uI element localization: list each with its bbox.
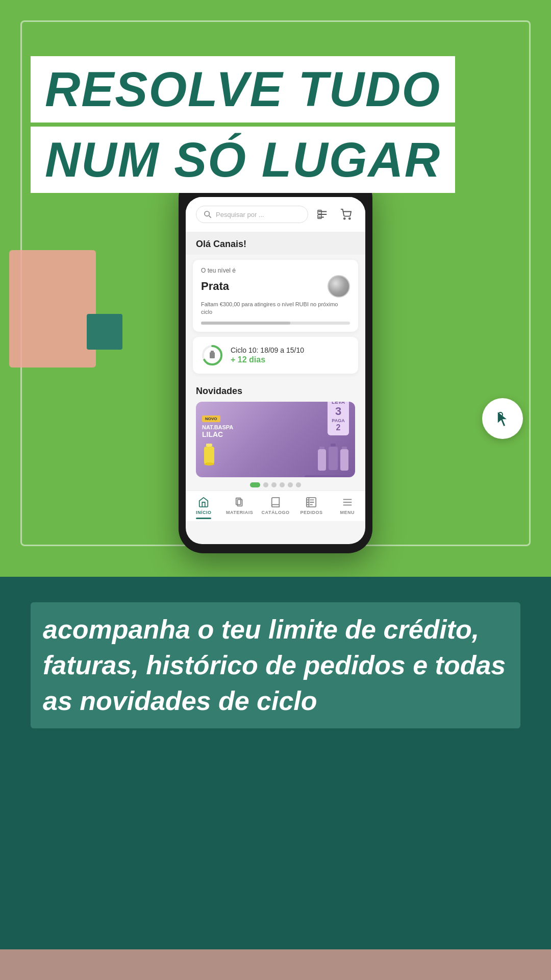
banner-sub: LILAC	[202, 430, 305, 438]
cycle-days: + 12 dias	[231, 355, 304, 364]
cursor-icon	[492, 408, 513, 429]
cart-button[interactable]	[337, 205, 355, 224]
menu-icon	[340, 496, 355, 508]
dot-1[interactable]	[250, 482, 260, 487]
level-progress-bar	[201, 322, 350, 325]
cycle-info: Ciclo 10: 18/09 a 15/10 + 12 dias	[231, 346, 304, 364]
leva3-number: 3	[332, 405, 345, 418]
search-bar: Pesquisar por ...	[186, 197, 365, 232]
svg-rect-14	[318, 449, 326, 471]
teal-decoration	[87, 314, 122, 350]
product1-icon	[317, 446, 327, 472]
click-cursor	[482, 398, 523, 439]
level-progress-fill	[201, 322, 290, 325]
pink-decoration	[9, 250, 96, 368]
svg-rect-18	[340, 449, 348, 471]
level-name: Prata	[201, 280, 229, 293]
svg-rect-11	[204, 447, 214, 464]
headline-line2: NUM SÓ LUGAR	[45, 132, 441, 187]
bottom-pink-strip	[0, 949, 551, 980]
svg-point-5	[349, 218, 350, 219]
svg-rect-15	[331, 444, 336, 447]
bottom-nav: INÍCIO MATERIAIS	[186, 491, 365, 521]
search-box[interactable]: Pesquisar por ...	[196, 206, 308, 223]
quero-btn[interactable]: QUERO TODOS! ▶	[305, 475, 349, 477]
headline-area: RESOLVE TUDO NUM SÓ LUGAR	[31, 56, 455, 193]
wishlist-icon	[317, 209, 328, 220]
nav-pedidos[interactable]: PEDIDOS	[293, 496, 329, 519]
svg-rect-3	[318, 215, 321, 218]
cycle-dates: Ciclo 10: 18/09 a 15/10	[231, 346, 304, 354]
nav-catalogo-label: CATÁLOGO	[262, 510, 290, 515]
level-card[interactable]: O teu nível é Prata Faltam €300,00 para …	[193, 260, 358, 332]
level-label: O teu nível é	[201, 267, 350, 274]
nav-underline	[196, 518, 211, 519]
svg-rect-10	[206, 444, 212, 447]
search-icon	[204, 210, 212, 218]
nav-pedidos-label: PEDIDOS	[300, 510, 322, 515]
leva3-label: LEVA	[332, 402, 345, 405]
novidades-section: Novidades NOVO nat.baSPA LILAC	[186, 379, 365, 477]
wishlist-button[interactable]	[313, 205, 332, 224]
novidades-banner[interactable]: NOVO nat.baSPA LILAC	[196, 402, 355, 477]
leva3-badge: LEVA 3 PAGA 2	[328, 402, 349, 435]
nav-menu[interactable]: MENU	[330, 496, 365, 519]
product3-icon	[340, 446, 349, 472]
bottle-icon	[202, 442, 216, 466]
nav-inicio-label: INÍCIO	[196, 510, 212, 515]
search-placeholder: Pesquisar por ...	[216, 211, 264, 218]
materials-icon	[233, 496, 247, 508]
svg-rect-13	[319, 447, 324, 449]
carousel-dots	[186, 477, 365, 491]
nav-materiais[interactable]: MATERIAIS	[221, 496, 257, 519]
svg-point-12	[204, 462, 214, 465]
leva3-paga-label: PAGA	[332, 418, 345, 423]
nav-inicio[interactable]: INÍCIO	[186, 496, 221, 519]
catalog-icon	[268, 496, 283, 508]
bottom-section: acompanha o teu limite de crédito, fatur…	[0, 577, 551, 980]
dot-3[interactable]	[271, 482, 277, 487]
bottom-text-box: acompanha o teu limite de crédito, fatur…	[31, 602, 520, 728]
svg-rect-2	[318, 210, 321, 214]
cycle-card[interactable]: Ciclo 10: 18/09 a 15/10 + 12 dias	[193, 337, 358, 374]
leva3-paga-number: 2	[332, 423, 345, 432]
svg-point-4	[344, 218, 345, 219]
level-desc: Faltam €300,00 para atingires o nível RU…	[201, 301, 350, 316]
greeting-area: Olá Canais!	[186, 232, 365, 255]
novidades-title: Novidades	[196, 386, 355, 397]
phone-mockup: Pesquisar por ...	[179, 174, 372, 553]
headline-line1: RESOLVE TUDO	[45, 62, 441, 116]
dot-6[interactable]	[296, 482, 301, 487]
nav-materiais-label: MATERIAIS	[226, 510, 253, 515]
phone-frame: Pesquisar por ...	[179, 174, 372, 553]
banner-products	[317, 443, 349, 472]
svg-rect-16	[329, 447, 338, 470]
level-name-row: Prata	[201, 275, 350, 298]
banner-left: NOVO nat.baSPA LILAC	[202, 413, 305, 466]
svg-point-0	[205, 211, 209, 216]
orders-icon	[304, 496, 318, 508]
svg-rect-17	[342, 447, 347, 449]
banner-brand: nat.baSPA	[202, 424, 305, 430]
home-icon	[196, 496, 211, 508]
bottom-text: acompanha o teu limite de crédito, fatur…	[43, 611, 508, 719]
dot-2[interactable]	[263, 482, 268, 487]
level-badge	[328, 275, 350, 298]
banner-novo-badge: NOVO	[202, 415, 220, 422]
product2-icon	[328, 443, 338, 472]
greeting-text: Olá Canais!	[196, 239, 355, 250]
dot-4[interactable]	[280, 482, 285, 487]
cycle-icon	[201, 344, 223, 366]
svg-rect-9	[211, 351, 214, 353]
cycle-progress-icon	[201, 344, 223, 366]
nav-menu-label: MENU	[340, 510, 355, 515]
cart-icon	[340, 209, 352, 220]
nav-catalogo[interactable]: CATÁLOGO	[258, 496, 293, 519]
dot-5[interactable]	[288, 482, 293, 487]
phone-screen: Pesquisar por ...	[186, 197, 365, 544]
banner-right: LEVA 3 PAGA 2	[305, 402, 349, 477]
top-section: RESOLVE TUDO NUM SÓ LUGAR Pesquisar por …	[0, 0, 551, 577]
svg-line-1	[209, 216, 211, 218]
